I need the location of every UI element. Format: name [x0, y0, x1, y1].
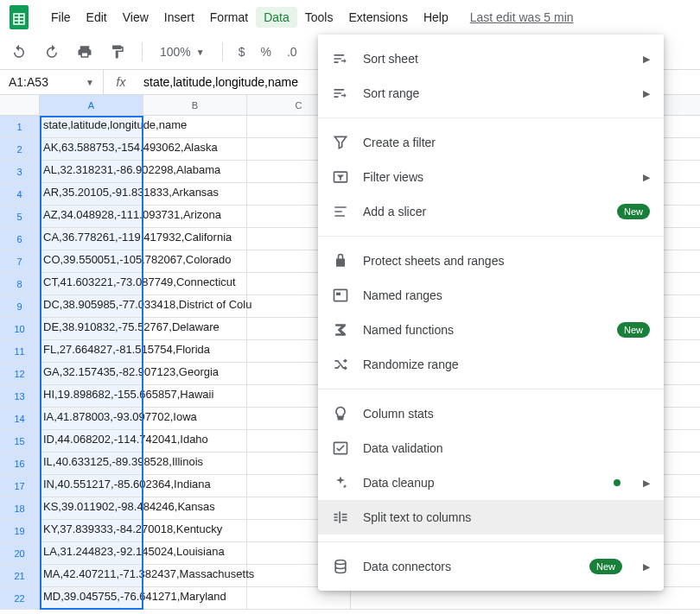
menu-format[interactable]: Format [202, 7, 256, 28]
menu-item-sort-sheet[interactable]: Sort sheet▶ [318, 41, 664, 76]
menu-separator [318, 541, 664, 542]
sort-icon [332, 50, 349, 67]
menu-item-label: Named functions [363, 323, 603, 337]
cell[interactable]: CT,41.603221,-73.087749,Connecticut [40, 273, 143, 294]
row-header[interactable]: 11 [0, 340, 40, 362]
menu-item-label: Data connectors [363, 560, 576, 573]
redo-button[interactable] [40, 40, 64, 64]
column-header-b[interactable]: B [143, 95, 247, 115]
print-button[interactable] [73, 40, 97, 64]
row-header[interactable]: 1 [0, 116, 40, 137]
menu-item-filter-views[interactable]: Filter views▶ [318, 160, 664, 194]
menu-item-randomize-range[interactable]: Randomize range [318, 347, 664, 382]
cell[interactable]: KY,37.839333,-84.270018,Kentucky [40, 520, 143, 541]
cell[interactable]: AK,63.588753,-154.493062,Alaska [40, 138, 143, 160]
zoom-value: 100% [160, 45, 191, 59]
new-badge: New [589, 559, 622, 574]
row-header[interactable]: 14 [0, 408, 40, 429]
named-icon [332, 287, 349, 304]
menu-item-label: Named ranges [363, 288, 650, 302]
cell[interactable]: IL,40.633125,-89.398528,Illinois [40, 453, 143, 474]
menu-item-add-a-slicer[interactable]: Add a slicerNew [318, 194, 664, 229]
cell[interactable]: AR,35.20105,-91.831833,Arkansas [40, 183, 143, 205]
decrease-decimal-button[interactable]: .0 [283, 45, 301, 59]
row-header[interactable]: 6 [0, 228, 40, 250]
row-header[interactable]: 5 [0, 206, 40, 227]
cell[interactable]: MD,39.045755,-76.641271,Maryland [40, 587, 143, 609]
menu-insert[interactable]: Insert [156, 7, 202, 28]
cell[interactable]: CA,36.778261,-119.417932,California [40, 228, 143, 250]
sheets-logo-icon[interactable] [7, 5, 31, 29]
submenu-arrow-icon: ▶ [643, 54, 650, 65]
menu-item-data-validation[interactable]: Data validation [318, 431, 664, 465]
menu-edit[interactable]: Edit [79, 7, 115, 28]
row-header[interactable]: 8 [0, 273, 40, 294]
name-box[interactable]: A1:A53 ▼ [0, 70, 104, 94]
cell[interactable]: AL,32.318231,-86.902298,Alabama [40, 161, 143, 182]
row-header[interactable]: 13 [0, 385, 40, 407]
row-header[interactable]: 9 [0, 295, 40, 317]
toolbar-divider [222, 42, 223, 61]
row-header[interactable]: 2 [0, 138, 40, 160]
menu-item-sort-range[interactable]: Sort range▶ [318, 76, 664, 111]
column-header-a[interactable]: A [40, 95, 143, 115]
menu-tools[interactable]: Tools [297, 7, 341, 28]
menu-help[interactable]: Help [416, 7, 456, 28]
menu-item-label: Sort sheet [363, 52, 622, 66]
sigma-icon [332, 321, 349, 339]
row-header[interactable]: 18 [0, 497, 40, 519]
row-header[interactable]: 19 [0, 520, 40, 541]
row-header[interactable]: 3 [0, 161, 40, 182]
cell[interactable]: CO,39.550051,-105.782067,Colorado [40, 250, 143, 272]
menu-data[interactable]: Data [256, 7, 297, 28]
cell[interactable]: KS,39.011902,-98.484246,Kansas [40, 497, 143, 519]
indicator-dot [614, 479, 620, 486]
cell[interactable]: AZ,34.048928,-111.093731,Arizona [40, 206, 143, 227]
paint-format-button[interactable] [105, 40, 130, 64]
row-header[interactable]: 12 [0, 363, 40, 384]
percent-format-button[interactable]: % [258, 45, 275, 59]
zoom-select[interactable]: 100% ▼ [155, 45, 210, 59]
cell[interactable]: LA,31.244823,-92.145024,Louisiana [40, 542, 143, 564]
row-header[interactable]: 16 [0, 453, 40, 474]
cell[interactable]: DC,38.905985,-77.033418,District of Colu [40, 295, 143, 317]
menu-item-named-functions[interactable]: Named functionsNew [318, 313, 664, 347]
select-all-corner[interactable] [0, 95, 40, 115]
row-header[interactable]: 10 [0, 318, 40, 339]
row-header[interactable]: 4 [0, 183, 40, 205]
menu-item-label: Split text to columns [363, 510, 650, 524]
row-header[interactable]: 20 [0, 542, 40, 564]
menu-view[interactable]: View [115, 7, 156, 28]
cell[interactable]: IA,41.878003,-93.097702,Iowa [40, 408, 143, 429]
cell[interactable]: MA,42.407211,-71.382437,Massachusetts [40, 565, 143, 586]
menu-item-create-a-filter[interactable]: Create a filter [318, 125, 664, 160]
cell[interactable]: GA,32.157435,-82.907123,Georgia [40, 363, 143, 384]
row-header[interactable]: 7 [0, 250, 40, 272]
row-header[interactable]: 21 [0, 565, 40, 586]
menu-item-column-stats[interactable]: Column stats [318, 396, 664, 431]
data-menu-dropdown: Sort sheet▶Sort range▶Create a filterFil… [318, 35, 664, 591]
cell[interactable]: DE,38.910832,-75.52767,Delaware [40, 318, 143, 339]
row-header[interactable]: 17 [0, 475, 40, 497]
menu-item-data-connectors[interactable]: Data connectorsNew▶ [318, 549, 664, 584]
menu-item-split-text-to-columns[interactable]: Split text to columns [318, 500, 664, 535]
menu-extensions[interactable]: Extensions [340, 7, 415, 28]
menu-item-data-cleanup[interactable]: Data cleanup▶ [318, 465, 664, 500]
cell[interactable]: FL,27.664827,-81.515754,Florida [40, 340, 143, 362]
cell[interactable]: HI,19.898682,-155.665857,Hawaii [40, 385, 143, 407]
row-header[interactable]: 22 [0, 587, 40, 609]
menu-item-protect-sheets-and-ranges[interactable]: Protect sheets and ranges [318, 244, 664, 278]
split-icon [332, 509, 349, 526]
cell[interactable]: IN,40.551217,-85.602364,Indiana [40, 475, 143, 497]
cell[interactable]: ID,44.068202,-114.742041,Idaho [40, 430, 143, 452]
menu-file[interactable]: File [43, 7, 79, 28]
menu-item-named-ranges[interactable]: Named ranges [318, 278, 664, 313]
name-box-value: A1:A53 [9, 75, 48, 89]
undo-button[interactable] [7, 40, 31, 64]
cell[interactable]: state,latitude,longitude,name [40, 116, 143, 137]
currency-format-button[interactable]: $ [235, 45, 249, 59]
menu-separator [318, 117, 664, 118]
last-edit-link[interactable]: Last edit was 5 min [470, 10, 574, 24]
bulb-icon [332, 405, 349, 422]
row-header[interactable]: 15 [0, 430, 40, 452]
